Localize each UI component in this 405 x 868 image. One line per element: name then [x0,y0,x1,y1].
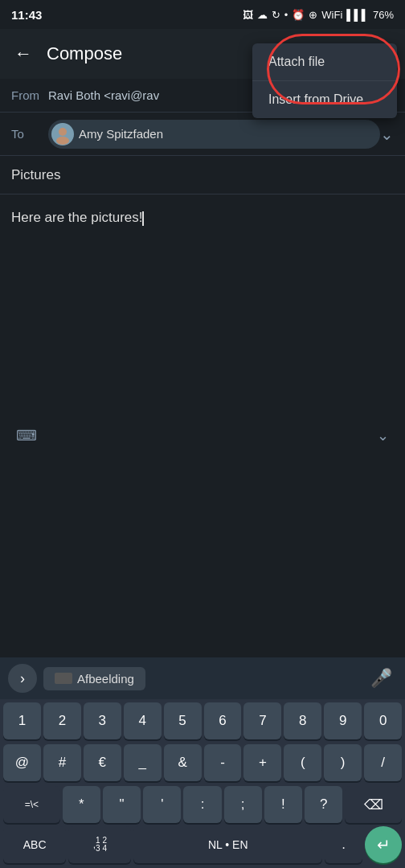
hotspot-icon: ⊕ [309,9,317,21]
status-bar: 11:43 🖼 ☁ ↻ • ⏰ ⊕ WiFi ▌▌▌ 76% [0,0,405,29]
key-6[interactable]: 6 [204,702,242,739]
cursor [142,211,144,226]
suggestion-bar: › Afbeelding 🎤 [0,657,405,699]
status-time: 11:43 [11,8,42,22]
key-ampersand[interactable]: & [164,744,202,781]
key-dash[interactable]: - [204,744,242,781]
expand-icon[interactable]: ⌄ [380,125,394,144]
symbol-row: @ # € _ & - + ( ) / [0,741,405,783]
to-label: To [11,127,48,141]
battery-text: 76% [373,9,394,21]
key-asterisk[interactable]: * [63,786,100,823]
body-area[interactable]: Here are the pictures! [0,194,405,420]
suggestion-text: Afbeelding [77,672,134,686]
svg-point-1 [59,128,67,136]
key-at[interactable]: @ [3,744,41,781]
attach-file-item[interactable]: Attach file [252,43,397,81]
special-row: =\< * " ' : ; ! ? ⌫ [0,783,405,825]
nav-down-icon[interactable]: ⌄ [377,427,389,444]
enter-key[interactable]: ↵ [365,826,402,863]
from-value: Ravi Both <ravi@rav [48,88,159,102]
keyboard-icon[interactable]: ⌨ [16,427,37,444]
sync-icon: ↻ [272,9,280,21]
key-hash[interactable]: # [43,744,81,781]
key-4[interactable]: 4 [124,702,162,739]
recipient-chip[interactable]: Amy Spitzfaden [48,120,380,149]
suggestion-expand-button[interactable]: › [8,664,37,693]
suggestion-chip[interactable]: Afbeelding [43,667,145,690]
dot-icon: • [284,9,288,21]
subject-text: Pictures [11,167,60,183]
body-text: Here are the pictures! [11,210,142,225]
keyboard-container: › Afbeelding 🎤 1 2 3 4 5 6 7 8 9 0 @ # €… [0,657,405,868]
alarm-icon: ⏰ [292,9,305,21]
key-1[interactable]: 1 [3,702,41,739]
key-abc[interactable]: ABC [3,826,66,863]
key-lparen[interactable]: ( [284,744,321,781]
dropdown-menu: Attach file Insert from Drive [252,43,397,118]
key-5[interactable]: 5 [164,702,202,739]
key-2[interactable]: 2 [43,702,81,739]
key-colon[interactable]: : [183,786,221,823]
key-underscore[interactable]: _ [124,744,162,781]
bottom-row: ABC ,1 23 4 NL • EN . ↵ [0,825,405,868]
key-plus[interactable]: + [243,744,281,781]
key-period[interactable]: . [325,826,362,863]
key-exclaim[interactable]: ! [264,786,302,823]
signal-icon: ▌▌▌ [346,9,369,21]
to-row[interactable]: To Amy Spitzfaden ⌄ [0,113,405,156]
key-rparen[interactable]: ) [324,744,362,781]
key-special-left[interactable]: =\< [3,786,60,823]
key-question[interactable]: ? [305,786,342,823]
key-quote[interactable]: " [103,786,141,823]
key-semicolon[interactable]: ; [224,786,262,823]
nav-bar: ⌨ ⌄ [0,420,405,452]
key-slash[interactable]: / [364,744,402,781]
subject-row[interactable]: Pictures [0,156,405,194]
key-space[interactable]: NL • EN [133,826,322,863]
recipient-name: Amy Spitzfaden [79,127,163,141]
key-euro[interactable]: € [84,744,121,781]
key-3[interactable]: 3 [84,702,121,739]
number-row: 1 2 3 4 5 6 7 8 9 0 [0,699,405,741]
image-thumbnail [55,673,72,684]
mic-icon[interactable]: 🎤 [366,663,397,694]
cloud-icon: ☁ [257,9,268,21]
svg-point-2 [56,137,69,145]
key-8[interactable]: 8 [284,702,321,739]
key-apostrophe[interactable]: ' [143,786,181,823]
key-7[interactable]: 7 [243,702,281,739]
back-button[interactable]: ← [8,37,39,71]
insert-from-drive-item[interactable]: Insert from Drive [252,81,397,118]
key-0[interactable]: 0 [364,702,402,739]
status-icons: 🖼 ☁ ↻ • ⏰ ⊕ WiFi ▌▌▌ 76% [243,9,394,21]
key-9[interactable]: 9 [324,702,362,739]
key-delete[interactable]: ⌫ [345,786,402,823]
avatar [51,123,74,145]
key-comma[interactable]: ,1 23 4 [68,826,131,863]
from-label: From [11,88,48,102]
gallery-icon: 🖼 [243,9,253,21]
wifi-icon: WiFi [321,9,342,21]
